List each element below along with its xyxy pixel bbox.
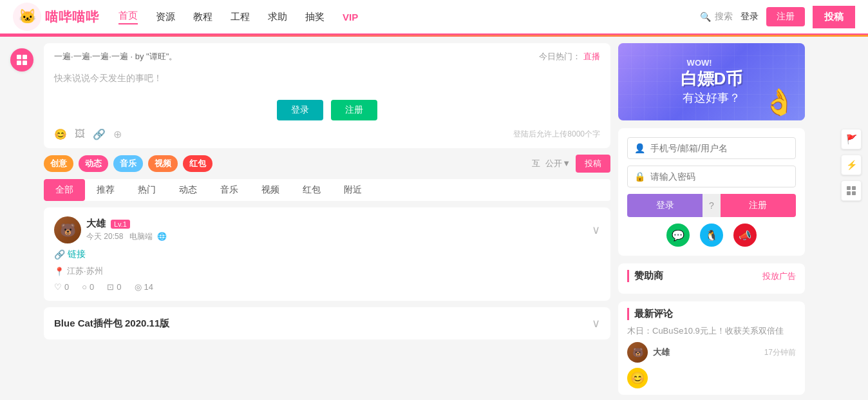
post-time: 今天 20:58 xyxy=(86,232,123,241)
weibo-login-button[interactable]: 📣 xyxy=(733,224,757,247)
post-card-2: Blue Cat插件包 2020.11版 ∨ xyxy=(44,307,610,339)
hot-today-label: 今日热门： 直播 xyxy=(539,51,600,62)
nav-item-tutorial[interactable]: 教程 xyxy=(193,11,212,23)
search-area[interactable]: 🔍 搜索 xyxy=(700,11,733,23)
register-button[interactable]: 注册 xyxy=(766,7,805,26)
tag-video[interactable]: 视频 xyxy=(148,155,178,172)
tag-creative[interactable]: 创意 xyxy=(44,155,73,172)
tab-video[interactable]: 视频 xyxy=(250,179,291,201)
post-link[interactable]: 🔗 链接 xyxy=(54,249,600,260)
right-fixed-icons: 🚩 ⚡ xyxy=(841,129,862,201)
post-register-button[interactable]: 注册 xyxy=(331,100,377,120)
search-icon: 🔍 xyxy=(700,12,711,22)
expand-icon-2[interactable]: ∨ xyxy=(592,316,600,330)
nav-item-vip[interactable]: VIP xyxy=(343,12,358,23)
comments-count[interactable]: ○ 0 xyxy=(82,282,94,292)
post-author-preview: 一遍·一遍·一遍·一遍 · by "谭旺"。 xyxy=(54,51,177,62)
link-icon[interactable]: 🔗 xyxy=(93,128,106,140)
likes-count[interactable]: ♡ 0 xyxy=(54,282,69,292)
qq-login-button[interactable]: 🐧 xyxy=(700,224,723,247)
banner-hand-icon: 👌 xyxy=(763,87,795,117)
sidebar-all-icon[interactable] xyxy=(10,48,33,71)
filter-tabs: 全部 推荐 热门 动态 音乐 视频 红包 附近 xyxy=(44,179,610,201)
tag-right-controls: 互 公开▼ 投稿 xyxy=(532,155,610,173)
login-button[interactable]: 登录 xyxy=(741,11,759,23)
form-help-button[interactable]: ? xyxy=(703,194,721,217)
tag-dynamic[interactable]: 动态 xyxy=(79,155,108,172)
nav-item-resources[interactable]: 资源 xyxy=(156,11,175,23)
nav-item-project[interactable]: 工程 xyxy=(231,11,250,23)
tab-hot[interactable]: 热门 xyxy=(126,179,167,201)
tab-dynamic[interactable]: 动态 xyxy=(167,179,209,201)
lightning-icon-btn[interactable]: ⚡ xyxy=(841,155,862,175)
hot-link[interactable]: 直播 xyxy=(583,52,600,61)
comment-user-row: 🐻 大雄 17分钟前 xyxy=(627,342,796,363)
ad-link[interactable]: 投放广告 xyxy=(762,271,796,282)
tag-redpacket[interactable]: 红包 xyxy=(183,155,212,172)
heart-icon: ♡ xyxy=(54,282,62,292)
logo-text: 喵哔喵哔 xyxy=(45,8,99,26)
post-meta: 今天 20:58 电脑端 🌐 xyxy=(86,231,167,242)
lock-icon: 🔒 xyxy=(634,171,645,182)
phone-field: 👤 xyxy=(627,137,796,159)
post-auth-buttons: 登录 注册 xyxy=(54,100,600,120)
visibility-dropdown[interactable]: 公开▼ xyxy=(545,158,571,169)
tab-recommend[interactable]: 推荐 xyxy=(85,179,126,201)
svg-rect-4 xyxy=(847,186,851,190)
user-details: 大雄 Lv.1 今天 20:58 电脑端 🌐 xyxy=(86,218,167,242)
main-nav: 首页 资源 教程 工程 求助 抽奖 VIP xyxy=(118,10,700,24)
banner-wow: WOW! xyxy=(687,58,743,68)
more-icon[interactable]: ⊕ xyxy=(113,128,122,140)
comment-icon: ○ xyxy=(82,282,87,292)
level-badge: Lv.1 xyxy=(111,220,130,229)
qq-icon: 🐧 xyxy=(705,229,718,242)
tag-music[interactable]: 音乐 xyxy=(113,155,143,172)
post-stats: ♡ 0 ○ 0 ⊡ 0 ◎ 14 xyxy=(54,282,600,292)
comment-emoji-row: 😊 xyxy=(627,368,796,388)
form-login-button[interactable]: 登录 xyxy=(627,194,703,217)
grid-icon-btn[interactable] xyxy=(841,180,862,201)
tab-nearby[interactable]: 附近 xyxy=(332,179,373,201)
right-banner: WOW! 白嫖D币 有这好事？ 👌 xyxy=(618,43,805,120)
location-icon: 📍 xyxy=(54,267,64,276)
tab-all[interactable]: 全部 xyxy=(44,179,85,201)
nav-item-help[interactable]: 求助 xyxy=(268,11,287,23)
emoji-icon[interactable]: 😊 xyxy=(54,128,67,140)
views-count: ◎ 14 xyxy=(135,282,153,292)
nav-item-lottery[interactable]: 抽奖 xyxy=(305,11,325,23)
post-login-button[interactable]: 登录 xyxy=(277,100,323,120)
phone-input[interactable] xyxy=(650,143,789,153)
expand-icon[interactable]: ∨ xyxy=(592,223,600,237)
post-input-area: 一遍·一遍·一遍·一遍 · by "谭旺"。 今日热门： 直播 快来说说今天发生… xyxy=(44,43,610,148)
svg-rect-3 xyxy=(23,61,27,65)
post-card2-header: Blue Cat插件包 2020.11版 ∨ xyxy=(54,316,600,330)
post-bottom-bar: 😊 🖼 🔗 ⊕ 登陆后允许上传8000个字 xyxy=(54,128,600,140)
tab-redpacket[interactable]: 红包 xyxy=(291,179,332,201)
form-register-button[interactable]: 注册 xyxy=(721,194,796,217)
username: 大雄 xyxy=(86,218,106,230)
emoji-reaction: 😊 xyxy=(627,368,648,388)
logo[interactable]: 🐱 喵哔喵哔 xyxy=(13,3,99,31)
recent-comments-section: 最新评论 木日：CuBuSe10.9元上！收获关系双倍佳 🐻 大雄 17分钟前 … xyxy=(618,301,805,395)
password-input[interactable] xyxy=(650,171,789,182)
right-column: WOW! 白嫖D币 有这好事？ 👌 👤 🔒 登录 ? 注册 xyxy=(618,43,805,395)
comment-time: 17分钟前 xyxy=(764,347,796,358)
sponsor-header: 赞助商 投放广告 xyxy=(627,270,796,282)
wechat-login-button[interactable]: 💬 xyxy=(666,224,690,247)
image-icon[interactable]: 🖼 xyxy=(75,128,85,140)
submit-post-button[interactable]: 投稿 xyxy=(576,155,610,173)
shares-count[interactable]: ⊡ 0 xyxy=(107,282,121,292)
flag-icon-btn[interactable]: 🚩 xyxy=(841,129,862,149)
post-placeholder-text: 快来说说今天发生的事吧！ xyxy=(54,68,600,95)
nav-item-home[interactable]: 首页 xyxy=(118,10,138,24)
main-layout: 一遍·一遍·一遍·一遍 · by "谭旺"。 今日热门： 直播 快来说说今天发生… xyxy=(0,37,868,400)
post-card-1: 🐻 大雄 Lv.1 今天 20:58 电脑端 🌐 xyxy=(44,207,610,301)
sponsor-section: 赞助商 投放广告 xyxy=(618,263,805,294)
tab-music[interactable]: 音乐 xyxy=(209,179,250,201)
post-location: 📍 江苏·苏州 xyxy=(54,265,600,277)
post2-title[interactable]: Blue Cat插件包 2020.11版 xyxy=(54,318,169,330)
banner-text2: 有这好事？ xyxy=(681,90,743,106)
post-char-hint: 登陆后允许上传8000个字 xyxy=(513,129,600,140)
form-buttons: 登录 ? 注册 xyxy=(627,194,796,217)
post-button[interactable]: 投稿 xyxy=(813,6,855,28)
